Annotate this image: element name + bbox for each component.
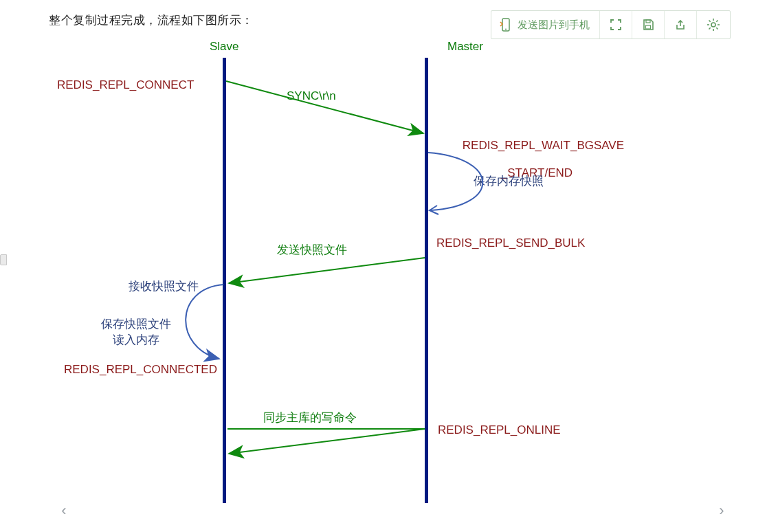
svg-line-16 — [229, 429, 425, 454]
chevron-right-icon: › — [719, 502, 724, 520]
sequence-diagram: Slave Master REDIS_REPL_CONNECT REDIS_RE… — [19, 0, 748, 532]
note-save-snapshot-line2: 读入内存 — [113, 333, 159, 346]
note-recv-snapshot: 接收快照文件 — [129, 278, 199, 294]
note-save-snapshot: 保存快照文件 读入内存 — [101, 316, 171, 348]
note-save-snapshot-line1: 保存快照文件 — [101, 318, 171, 331]
msg-sync-write-cmds: 同步主库的写命令 — [263, 410, 357, 425]
master-lifeline-label: Master — [447, 40, 483, 54]
master-lifeline — [425, 58, 428, 503]
content-area: 整个复制过程完成，流程如下图所示： 发送图片到手机 — [19, 0, 748, 532]
state-redis-repl-online: REDIS_REPL_ONLINE — [438, 423, 561, 437]
msg-sync: SYNC\r\n — [287, 89, 336, 103]
slave-lifeline-label: Slave — [210, 40, 239, 54]
state-redis-repl-send-bulk: REDIS_REPL_SEND_BULK — [436, 236, 585, 250]
msg-send-snapshot: 发送快照文件 — [277, 242, 347, 258]
scroll-left-button[interactable]: ‹ — [56, 503, 71, 518]
chevron-left-icon: ‹ — [61, 502, 66, 520]
state-redis-repl-connected: REDIS_REPL_CONNECTED — [64, 363, 217, 377]
left-gutter — [0, 0, 19, 261]
state-wait-bgsave-line1: REDIS_REPL_WAIT_BGSAVE — [463, 139, 624, 152]
state-redis-repl-connect: REDIS_REPL_CONNECT — [57, 78, 194, 92]
slave-lifeline — [223, 58, 226, 503]
scroll-right-button[interactable]: › — [714, 503, 729, 518]
note-save-mem-snapshot: 保存内存快照 — [474, 173, 544, 189]
page-root: 整个复制过程完成，流程如下图所示： 发送图片到手机 — [0, 0, 767, 532]
horizontal-scrollbar[interactable]: ‹ › — [56, 503, 729, 520]
left-collapse-handle[interactable] — [0, 254, 7, 265]
svg-line-14 — [229, 258, 425, 283]
